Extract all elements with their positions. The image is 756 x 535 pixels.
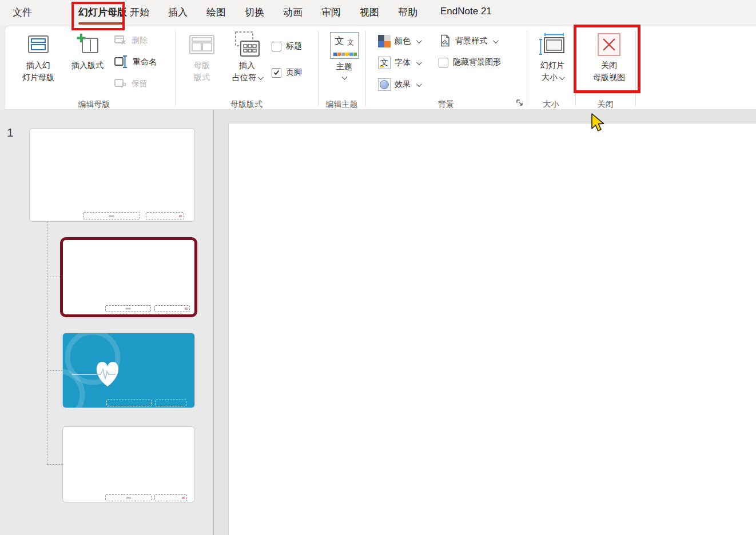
tab-insert[interactable]: 插入 [168,6,188,21]
close-master-view-label-2: 母版视图 [593,71,625,83]
close-master-view-button[interactable]: 关闭 母版视图 [585,30,633,97]
insert-slide-master-label-2: 灯片母版 [22,71,54,83]
footer-checkbox[interactable] [272,68,281,78]
group-separator [175,31,176,106]
themes-icon: 文文 [330,32,359,59]
tab-endnote[interactable]: EndNote 21 [440,6,492,21]
fonts-label: 字体 [395,58,411,68]
chevron-down-icon [416,81,422,87]
slide-number-placeholder [155,400,186,406]
insert-layout-button[interactable]: 插入版式 [62,30,113,97]
chevron-down-icon [416,38,422,43]
tree-connector [47,464,63,465]
chevron-down-icon [258,74,264,80]
master-layout-label-2: 版式 [194,71,210,83]
heart-pulse-icon [63,333,194,408]
group-label-master-layout: 母版版式 [175,98,318,110]
chevron-down-icon [416,59,422,65]
colors-icon [378,35,391,47]
content-area: 1 [0,110,756,535]
insert-placeholder-button[interactable]: 插入 占位符 [224,30,270,97]
tree-connector [47,277,60,277]
chevron-down-icon [493,38,499,43]
group-separator [575,31,576,106]
slide-size-button[interactable]: 幻灯片 大小 [532,30,572,97]
hide-background-graphics-checkbox[interactable] [439,58,448,67]
tab-help[interactable]: 帮助 [398,6,417,21]
footer-checkbox-label: 页脚 [286,67,302,78]
insert-layout-icon [75,30,100,59]
group-label-edit-master: 编辑母版 [13,98,175,110]
insert-slide-master-button[interactable]: 插入幻 灯片母版 [13,30,63,97]
tab-transitions[interactable]: 切换 [245,6,264,21]
master-layout-button[interactable]: 母版 版式 [184,30,220,97]
thumbnail-layout-white[interactable] [63,427,194,502]
insert-layout-label: 插入版式 [71,59,104,71]
footer-placeholder [83,212,140,219]
tab-draw[interactable]: 绘图 [206,6,226,21]
insert-placeholder-icon [233,30,261,59]
colors-button[interactable]: 颜色 [378,34,420,49]
ribbon: 插入幻 灯片母版 插入版式 删除 重命名 保留 编辑母版 母版 版式 [5,26,756,110]
chevron-down-icon [341,74,347,80]
slide-number-placeholder [154,305,190,312]
hide-background-graphics-row[interactable]: 隐藏背景图形 [439,57,501,67]
insert-placeholder-label-1: 插入 [239,59,255,71]
master-section-number: 1 [7,126,14,139]
insert-slide-master-icon [27,30,50,59]
checkmark-icon [273,70,280,75]
background-styles-icon [439,34,451,49]
tab-home[interactable]: 开始 [130,6,149,21]
insert-placeholder-label-2: 占位符 [232,71,262,83]
slide-number-placeholder [146,212,184,219]
group-separator [527,31,527,106]
master-layout-icon [189,30,215,59]
title-checkbox[interactable] [272,42,281,51]
group-separator [635,31,636,106]
slide-size-icon [538,30,567,59]
fonts-icon: 文 [378,57,391,69]
group-separator [365,31,366,106]
slide-size-label-1: 幻灯片 [540,59,564,71]
tab-view[interactable]: 视图 [360,6,379,21]
slide-master-thumbnail-pane[interactable]: 1 [0,110,213,535]
thumbnail-slide-master[interactable] [30,129,194,221]
group-label-background: 背景 [365,98,527,110]
group-separator [318,31,319,106]
rename-label: 重命名 [133,57,157,67]
thumbnail-layout-selected[interactable] [60,237,197,317]
title-checkbox-label: 标题 [286,41,302,51]
slide-size-label-2: 大小 [542,71,563,83]
tab-review[interactable]: 审阅 [321,6,341,21]
tab-file[interactable]: 文件 [13,6,32,21]
active-tab-underline [78,22,124,25]
group-label-edit-theme: 编辑主题 [318,98,365,110]
themes-button[interactable]: 文文 主题 [323,30,365,97]
insert-slide-master-label-1: 插入幻 [26,59,50,71]
preserve-label: 保留 [132,79,148,89]
title-checkbox-row[interactable]: 标题 [272,41,302,51]
effects-button[interactable]: 效果 [378,77,420,92]
master-layout-label-1: 母版 [194,59,210,71]
delete-button[interactable]: 删除 [114,33,148,48]
group-label-size: 大小 [527,98,575,110]
fonts-button[interactable]: 文 字体 [378,55,420,70]
tab-slide-master[interactable]: 幻灯片母版 [78,6,127,21]
delete-label: 删除 [132,35,148,46]
background-styles-label: 背景样式 [455,36,487,46]
tab-animations[interactable]: 动画 [283,6,303,21]
footer-checkbox-row[interactable]: 页脚 [272,67,302,78]
thumbnail-layout-blue[interactable] [63,333,194,408]
slide-canvas-area [214,110,756,535]
close-master-view-label-1: 关闭 [601,59,617,71]
slide-master-editing-surface[interactable] [228,123,756,535]
slide-number-placeholder [154,494,187,501]
group-label-close: 关闭 [575,98,635,110]
rename-button[interactable]: 重命名 [114,55,157,70]
background-styles-button[interactable]: 背景样式 [439,34,497,49]
themes-label: 主题 [336,61,352,73]
tree-connector [47,370,63,371]
effects-icon [378,78,391,91]
preserve-button[interactable]: 保留 [114,77,148,91]
delete-icon [114,33,128,49]
